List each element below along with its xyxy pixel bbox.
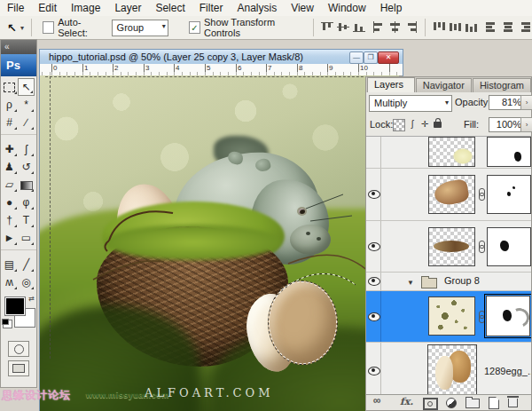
layer-row[interactable]: 1289egg_... [366,343,531,399]
layer-name[interactable]: 1289egg_... [484,366,531,376]
rectangular-marquee-tool[interactable] [1,78,18,96]
lock-transparency-icon[interactable] [393,119,405,131]
layer-mask-thumbnail[interactable] [487,137,531,167]
menu-layer[interactable]: Layer [107,0,148,16]
layer-thumbnail[interactable] [428,227,475,266]
align-horizontal-centers-icon[interactable] [388,21,403,35]
menu-help[interactable]: Help [373,0,410,16]
layer-mask-thumbnail[interactable] [487,227,531,266]
dodge-tool[interactable]: φ [18,194,35,211]
new-layer-icon[interactable] [489,397,499,409]
auto-select-checkbox[interactable] [43,21,54,34]
layer-thumbnail[interactable] [428,175,475,214]
link-layers-icon[interactable]: ∞ [373,394,381,407]
fill-value[interactable]: 100% [489,117,525,132]
visibility-cell[interactable] [366,343,381,399]
opacity-value[interactable]: 81% [489,95,525,110]
visibility-cell[interactable] [366,169,381,220]
path-selection-tool[interactable]: ► [1,229,18,247]
lock-all-icon[interactable] [434,122,442,128]
visibility-cell[interactable] [366,221,381,272]
gradient-tool[interactable] [18,176,35,194]
foreground-color-swatch[interactable] [4,296,26,316]
palette-collapse-bar[interactable]: « [1,40,36,54]
lock-pixels-icon[interactable]: ʃ [407,119,418,130]
add-layer-mask-icon[interactable] [423,398,438,410]
default-colors-icon[interactable] [3,320,12,328]
layer-row[interactable] [366,221,531,273]
move-tool[interactable]: ↖ [18,78,35,96]
magic-wand-tool[interactable]: * [18,96,35,114]
layer-mask-thumbnail[interactable] [487,175,531,214]
visibility-cell[interactable] [366,291,381,342]
eye-icon[interactable] [368,312,380,321]
eye-icon[interactable] [368,277,380,286]
menu-analysis[interactable]: Analysis [230,0,284,16]
menu-edit[interactable]: Edit [31,0,64,16]
menu-filter[interactable]: Filter [192,0,231,16]
brush-tool[interactable]: ʃ [18,140,35,158]
layer-row[interactable] [366,137,531,169]
crop-tool[interactable]: # [1,114,18,131]
blur-tool[interactable]: ● [1,194,18,211]
swap-colors-icon[interactable]: ⇄ [28,295,35,303]
blend-mode-dropdown[interactable]: Multiply ▾ [369,95,452,112]
pen-tool[interactable]: † [1,211,18,229]
layer-thumbnail[interactable] [427,344,477,396]
tab-histogram[interactable]: Histogram [473,78,531,92]
type-tool[interactable]: T [18,211,35,229]
eyedropper-tool[interactable]: ╱ [18,256,35,273]
eraser-tool[interactable]: ▱ [1,176,18,194]
canvas[interactable]: www.missyuan.com ALFOART.COM [40,75,399,411]
align-bottom-edges-icon[interactable] [352,21,366,35]
layer-thumbnail[interactable] [428,296,475,336]
menu-file[interactable]: File [0,0,31,16]
screen-mode-button[interactable] [8,360,29,376]
slice-tool[interactable]: ∕ [18,114,35,131]
align-vertical-centers-icon[interactable] [336,21,350,35]
auto-select-mode-dropdown[interactable]: Group ▾ [112,20,168,36]
distribute-horizontal-centers-icon[interactable] [501,21,515,35]
hand-tool[interactable]: ʍ [1,273,18,291]
lasso-tool[interactable]: ρ [1,96,18,114]
zoom-tool[interactable]: ◎ [18,273,35,291]
show-transform-checkbox[interactable]: ✓ [189,21,200,34]
healing-brush-tool[interactable]: ✚ [1,140,18,158]
layer-row-selected[interactable] [366,291,531,343]
minimize-button[interactable]: — [349,51,364,64]
menu-select[interactable]: Select [148,0,192,16]
delete-layer-icon[interactable] [508,399,518,407]
quick-mask-button[interactable] [8,341,29,357]
distribute-top-edges-icon[interactable] [432,21,446,35]
visibility-cell[interactable] [366,273,381,290]
adjustment-layer-icon[interactable] [446,398,457,408]
document-title-bar[interactable]: hippo_tutorial.psd @ 50% (Layer 25 copy … [40,50,403,64]
menu-image[interactable]: Image [64,0,107,16]
menu-window[interactable]: Window [321,0,373,16]
eye-icon[interactable] [368,242,380,251]
tab-layers[interactable]: Layers × [367,77,415,92]
layer-style-icon[interactable]: fx. [400,396,413,407]
tool-preset-arrow-icon[interactable]: ▾ [20,24,24,32]
lock-position-icon[interactable]: ✛ [419,119,430,130]
distribute-right-edges-icon[interactable] [517,21,531,35]
distribute-bottom-edges-icon[interactable] [464,21,478,35]
distribute-left-edges-icon[interactable] [485,21,499,35]
close-button[interactable]: ✕ [378,51,399,64]
align-right-edges-icon[interactable] [404,21,419,35]
history-brush-tool[interactable]: ↺ [18,158,35,176]
layer-thumbnail[interactable] [428,137,475,167]
visibility-cell[interactable] [366,137,381,168]
clone-stamp-tool[interactable]: ♟ [1,158,18,176]
layer-mask-thumbnail-selected[interactable] [486,296,530,336]
fill-slider-arrow[interactable]: › [520,117,532,132]
align-left-edges-icon[interactable] [372,21,387,35]
group-name[interactable]: Group 8 [444,275,480,286]
expand-triangle-icon[interactable]: ▼ [407,279,414,287]
distribute-vertical-centers-icon[interactable] [448,21,462,35]
eye-icon[interactable] [368,367,380,375]
eye-icon[interactable] [368,190,380,199]
align-top-edges-icon[interactable] [320,21,334,35]
rectangle-tool[interactable]: ▭ [18,229,35,247]
layer-group-row[interactable]: ▼ Group 8 [366,273,531,291]
